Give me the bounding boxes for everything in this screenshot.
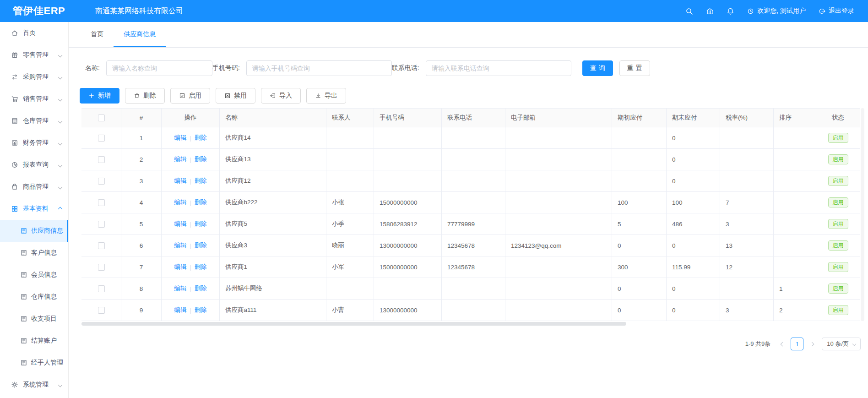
sidebar-item[interactable]: 零售管理 xyxy=(0,44,68,66)
status-badge: 启用 xyxy=(828,197,848,207)
cell-email xyxy=(505,213,612,234)
doc-icon xyxy=(20,271,27,278)
edit-link[interactable]: 编辑 xyxy=(174,198,186,207)
phone-input[interactable] xyxy=(246,60,392,76)
edit-link[interactable]: 编辑 xyxy=(174,177,186,185)
col-actions: 操作 xyxy=(162,109,220,127)
query-button[interactable]: 查询 xyxy=(582,60,613,76)
import-button[interactable]: 导入 xyxy=(261,88,301,104)
sidebar-item[interactable]: 财务管理 xyxy=(0,132,68,154)
system-icon xyxy=(11,381,18,388)
cell-actions: 编辑 | 删除 xyxy=(162,235,220,256)
cell-email xyxy=(505,300,612,321)
top-header: 管伊佳ERP 南通某某网络科技有限公司 欢迎您, 测试用户 退出登录 xyxy=(0,0,868,22)
cell-sort: 2 xyxy=(774,300,816,321)
sidebar-item[interactable]: 报表查询 xyxy=(0,154,68,176)
horizontal-scrollbar[interactable] xyxy=(81,322,626,326)
delete-link[interactable]: 删除 xyxy=(195,284,207,293)
disable-button[interactable]: 禁用 xyxy=(216,88,255,104)
row-checkbox[interactable] xyxy=(98,221,105,228)
vertical-scrollbar[interactable] xyxy=(861,108,864,321)
delete-link[interactable]: 删除 xyxy=(195,220,207,228)
prev-page-button[interactable] xyxy=(777,338,788,350)
status-badge: 启用 xyxy=(828,262,848,272)
sidebar-item[interactable]: 仓库管理 xyxy=(0,110,68,132)
cell-sort xyxy=(774,235,816,256)
row-checkbox[interactable] xyxy=(98,156,105,163)
sidebar-subitem[interactable]: 客户信息 xyxy=(0,242,68,264)
row-checkbox[interactable] xyxy=(98,307,105,314)
sidebar-item[interactable]: 基本资料 xyxy=(0,198,68,220)
row-checkbox[interactable] xyxy=(98,135,105,142)
cell-tel xyxy=(442,300,505,321)
delete-link[interactable]: 删除 xyxy=(195,177,207,185)
delete-button[interactable]: 删除 xyxy=(125,88,165,104)
sidebar-subitem[interactable]: 供应商信息 xyxy=(0,220,68,242)
cell-tax-rate: 3 xyxy=(720,213,774,234)
sidebar-subitem[interactable]: 收支项目 xyxy=(0,308,68,330)
row-checkbox[interactable] xyxy=(98,264,105,271)
reset-button[interactable]: 重置 xyxy=(619,60,650,76)
cell-tel: 12345678 xyxy=(442,235,505,256)
cell-name: 苏州蜗牛网络 xyxy=(220,278,326,299)
edit-link[interactable]: 编辑 xyxy=(174,134,186,142)
row-checkbox[interactable] xyxy=(98,242,105,249)
edit-link[interactable]: 编辑 xyxy=(174,220,186,228)
edit-link[interactable]: 编辑 xyxy=(174,263,186,271)
sidebar-item[interactable]: 商品管理 xyxy=(0,176,68,198)
row-checkbox[interactable] xyxy=(98,178,105,185)
sidebar-subitem[interactable]: 会员信息 xyxy=(0,264,68,286)
chevron-icon xyxy=(58,185,63,189)
cell-sort xyxy=(774,127,816,148)
tab-bar: 首页 供应商信息 xyxy=(69,22,868,48)
export-button[interactable]: 导出 xyxy=(306,88,346,104)
edit-link[interactable]: 编辑 xyxy=(174,241,186,250)
cell-contact xyxy=(326,170,374,191)
table-row: 4 编辑 | 删除 供应商b222 小张 15000000000 100 100… xyxy=(81,192,860,213)
search-icon[interactable] xyxy=(685,7,693,15)
table-row: 6 编辑 | 删除 供应商3 晓丽 13000000000 12345678 1… xyxy=(81,235,860,256)
delete-link[interactable]: 删除 xyxy=(195,198,207,207)
bell-icon[interactable] xyxy=(727,7,734,15)
row-checkbox[interactable] xyxy=(98,199,105,206)
delete-link[interactable]: 删除 xyxy=(195,155,207,164)
cell-sort xyxy=(774,170,816,191)
cell-email xyxy=(505,256,612,278)
import-icon xyxy=(270,93,276,99)
edit-link[interactable]: 编辑 xyxy=(174,155,186,164)
enable-button[interactable]: 启用 xyxy=(170,88,210,104)
sidebar-subitem[interactable]: 结算账户 xyxy=(0,330,68,352)
edit-link[interactable]: 编辑 xyxy=(174,284,186,293)
delete-link[interactable]: 删除 xyxy=(195,134,207,142)
page-number[interactable]: 1 xyxy=(791,338,803,350)
sidebar-item[interactable]: 销售管理 xyxy=(0,88,68,110)
add-button[interactable]: 新增 xyxy=(80,88,119,104)
logout-button[interactable]: 退出登录 xyxy=(819,7,854,15)
sidebar-item[interactable]: 采购管理 xyxy=(0,66,68,88)
delete-link[interactable]: 删除 xyxy=(195,263,207,271)
tab-home[interactable]: 首页 xyxy=(81,22,114,47)
edit-link[interactable]: 编辑 xyxy=(174,306,186,314)
sidebar-subitem[interactable]: 经手人管理 xyxy=(0,352,68,374)
cell-email xyxy=(505,192,612,213)
tab-supplier-info[interactable]: 供应商信息 xyxy=(114,22,166,47)
trash-icon xyxy=(134,93,140,99)
sidebar-subitem[interactable]: 仓库信息 xyxy=(0,286,68,308)
tel-input[interactable] xyxy=(426,60,571,76)
sidebar-item[interactable]: 系统管理 xyxy=(0,374,68,396)
cell-actions: 编辑 | 删除 xyxy=(162,149,220,170)
sidebar-item[interactable]: 首页 xyxy=(0,22,68,44)
delete-link[interactable]: 删除 xyxy=(195,241,207,250)
select-all-checkbox[interactable] xyxy=(98,114,105,121)
bank-icon[interactable] xyxy=(706,7,714,15)
next-page-button[interactable] xyxy=(806,338,817,350)
cell-index: 3 xyxy=(121,170,162,191)
cell-name: 供应商12 xyxy=(220,170,326,191)
cell-phone: 15806283912 xyxy=(374,213,442,234)
row-checkbox[interactable] xyxy=(98,285,105,292)
cell-actions: 编辑 | 删除 xyxy=(162,170,220,191)
delete-link[interactable]: 删除 xyxy=(195,306,207,314)
name-input[interactable] xyxy=(106,60,212,76)
export-icon xyxy=(315,93,321,99)
page-size-select[interactable]: 10 条/页 xyxy=(822,338,861,350)
